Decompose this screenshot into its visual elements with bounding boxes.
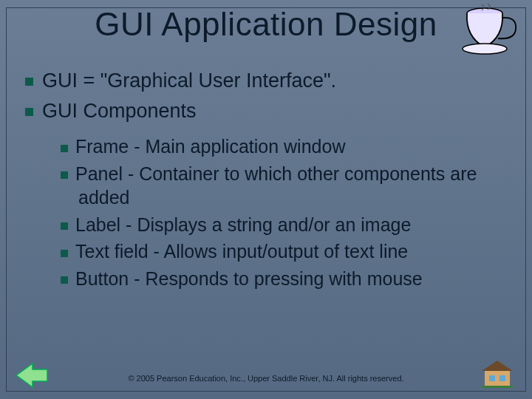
square-bullet-icon (25, 78, 33, 86)
bullet-lvl1: GUI = "Graphical User Interface". (25, 68, 510, 94)
square-bullet-icon (61, 171, 68, 179)
square-bullet-icon (61, 222, 68, 230)
slide-body: GUI = "Graphical User Interface". GUI Co… (25, 68, 510, 293)
square-bullet-icon (61, 250, 68, 257)
svg-rect-3 (485, 369, 510, 387)
copyright-footer: © 2005 Pearson Education, Inc., Upper Sa… (0, 374, 532, 383)
bullet-lvl2: Text field - Allows input/output of text… (61, 239, 510, 264)
svg-rect-6 (499, 375, 505, 381)
bullet-text: Button - Responds to pressing with mouse (75, 268, 423, 289)
bullet-text: Frame - Main application window (75, 136, 345, 157)
svg-rect-5 (489, 375, 495, 381)
prev-arrow-icon[interactable] (16, 362, 49, 389)
bullet-text: Label - Displays a string and/or an imag… (75, 214, 411, 235)
square-bullet-icon (61, 145, 68, 152)
home-icon[interactable] (479, 359, 516, 389)
svg-point-1 (463, 44, 507, 54)
coffee-cup-icon (455, 3, 522, 58)
svg-marker-2 (16, 364, 47, 387)
bullet-lvl1: GUI Components (25, 98, 510, 124)
sub-bullet-group: Frame - Main application window Panel - … (61, 134, 510, 290)
svg-marker-4 (482, 361, 513, 371)
square-bullet-icon (61, 276, 68, 284)
bullet-text: Text field - Allows input/output of text… (75, 241, 408, 262)
svg-rect-7 (482, 386, 513, 388)
bullet-lvl2: Label - Displays a string and/or an imag… (61, 213, 510, 237)
bullet-text: Panel - Container to which other compone… (75, 163, 477, 208)
bullet-lvl2: Panel - Container to which other compone… (61, 162, 510, 210)
slide-title: GUI Application Design (0, 6, 532, 43)
bullet-text: GUI = "Graphical User Interface". (42, 69, 336, 92)
bullet-text: GUI Components (42, 100, 197, 122)
bullet-lvl2: Frame - Main application window (61, 134, 510, 159)
square-bullet-icon (25, 108, 33, 116)
bullet-lvl2: Button - Responds to pressing with mouse (61, 267, 510, 291)
